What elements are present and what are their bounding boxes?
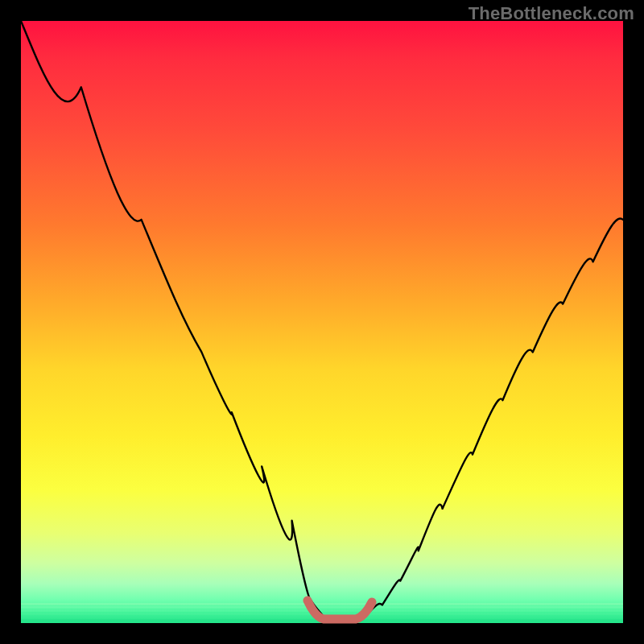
bottleneck-curve-svg [21,21,623,623]
bottleneck-curve [21,21,623,620]
plot-area [21,21,623,623]
chart-frame: TheBottleneck.com [0,0,644,644]
optimal-range-marker [308,601,372,619]
watermark-text: TheBottleneck.com [469,3,634,24]
